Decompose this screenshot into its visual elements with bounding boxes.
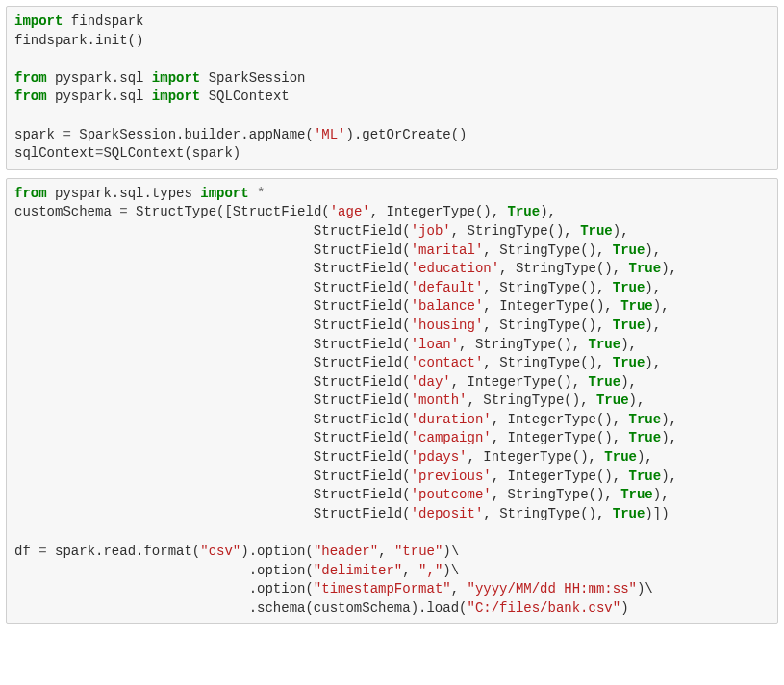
structfield: StructField( xyxy=(314,355,411,370)
spark-read-format: spark.read.format( xyxy=(55,544,200,559)
structtype-open: StructType([StructField( xyxy=(136,204,330,219)
bool-true: True xyxy=(620,487,653,502)
close-item: ), xyxy=(645,355,661,370)
sqlcontext-call: SQLContext(spark xyxy=(103,145,232,161)
stringtype: StringType(), xyxy=(499,506,613,521)
sep: , xyxy=(378,544,394,559)
backslash: )\ xyxy=(443,544,459,559)
field-poutcome: 'poutcome' xyxy=(411,487,492,502)
field-housing: 'housing' xyxy=(411,317,484,333)
bool-true: True xyxy=(613,280,645,295)
structfield: StructField( xyxy=(314,261,411,276)
structfield: StructField( xyxy=(314,374,411,390)
structfield: StructField( xyxy=(314,337,411,352)
module-pyspark-sql: pyspark.sql xyxy=(55,89,143,104)
str-true: "true" xyxy=(394,544,443,559)
close-item: ), xyxy=(661,412,677,427)
dot-option: .option( xyxy=(249,581,314,596)
bool-true: True xyxy=(629,469,662,484)
close-item: ), xyxy=(620,337,637,352)
bool-true: True xyxy=(620,298,653,314)
sep: , xyxy=(492,469,508,484)
sep: , xyxy=(483,355,499,370)
integertype: IntegerType(), xyxy=(483,449,604,465)
integertype: IntegerType(), xyxy=(508,412,629,427)
structfield: StructField( xyxy=(314,449,411,465)
stringtype: StringType(), xyxy=(499,317,613,333)
integertype: IntegerType(), xyxy=(499,298,620,314)
close-item: ), xyxy=(661,261,677,276)
name-sparksession: SparkSession xyxy=(209,70,306,86)
backslash: )\ xyxy=(637,581,653,596)
bool-true: True xyxy=(580,223,613,239)
module-findspark: findspark xyxy=(71,13,144,29)
field-contact: 'contact' xyxy=(411,355,484,370)
var-df: df xyxy=(14,544,31,559)
var-sqlcontext: sqlContext xyxy=(14,145,95,161)
stringtype: StringType(), xyxy=(483,393,596,408)
field-pdays: 'pdays' xyxy=(411,449,468,465)
str-timestampformat: "timestampFormat" xyxy=(314,581,451,596)
keyword-from: from xyxy=(14,186,47,201)
bool-true: True xyxy=(629,430,662,445)
sep: , xyxy=(492,412,508,427)
str-header: "header" xyxy=(314,544,378,559)
sep: , xyxy=(370,204,387,219)
op-equals: = xyxy=(38,544,46,559)
keyword-from: from xyxy=(14,89,47,104)
close-item: ), xyxy=(653,298,670,314)
sep: , xyxy=(468,393,484,408)
keyword-import: import xyxy=(200,186,248,201)
close-paren: ) xyxy=(233,145,240,161)
module-pyspark-sql-types: pyspark.sql.types xyxy=(55,186,192,201)
close-item: ), xyxy=(629,393,645,408)
keyword-from: from xyxy=(14,70,47,86)
field-loan: 'loan' xyxy=(411,337,459,352)
backslash: )\ xyxy=(443,563,459,578)
structfield: StructField( xyxy=(314,280,411,295)
close-item: ), xyxy=(645,317,661,333)
stringtype: StringType(), xyxy=(508,487,621,502)
stringtype: StringType(), xyxy=(475,337,589,352)
stringtype: StringType(), xyxy=(468,223,581,239)
keyword-import: import xyxy=(152,70,200,86)
field-job: 'job' xyxy=(411,223,451,239)
keyword-import: import xyxy=(14,13,63,29)
get-or-create: ).getOrCreate() xyxy=(345,127,467,142)
keyword-import: import xyxy=(152,89,200,104)
sep: , xyxy=(459,337,475,352)
bool-true: True xyxy=(596,393,629,408)
str-csv: "csv" xyxy=(200,544,240,559)
field-deposit: 'deposit' xyxy=(411,506,484,521)
str-path: "C:/files/bank.csv" xyxy=(467,600,620,616)
code-cell-2: from pyspark.sql.types import * customSc… xyxy=(6,178,778,625)
close-last: )]) xyxy=(645,506,669,521)
sep: , xyxy=(468,449,484,465)
structfield: StructField( xyxy=(314,487,411,502)
dot-option: .option( xyxy=(249,563,314,578)
close-item: ), xyxy=(661,430,677,445)
var-spark: spark xyxy=(14,127,55,142)
structfield: StructField( xyxy=(314,223,411,239)
close-item: ), xyxy=(661,469,677,484)
star: * xyxy=(257,186,265,201)
close-paren: ) xyxy=(620,600,628,616)
sep: , xyxy=(451,223,468,239)
structfield: StructField( xyxy=(314,430,411,445)
str-comma: "," xyxy=(418,563,443,578)
call-findspark-init: findspark.init() xyxy=(14,33,143,48)
option: ).option( xyxy=(240,544,314,559)
bool-true: True xyxy=(613,506,645,521)
close-item: ), xyxy=(645,280,661,295)
bool-true: True xyxy=(589,374,621,390)
str-ml: 'ML' xyxy=(314,127,346,142)
stringtype: StringType(), xyxy=(499,280,613,295)
bool-true: True xyxy=(613,355,645,370)
close-item: ), xyxy=(645,242,661,258)
close-item: ), xyxy=(620,374,637,390)
field-duration: 'duration' xyxy=(411,412,492,427)
stringtype: StringType(), xyxy=(516,261,629,276)
sep: , xyxy=(483,298,499,314)
sep: , xyxy=(483,280,499,295)
sep: , xyxy=(483,506,499,521)
